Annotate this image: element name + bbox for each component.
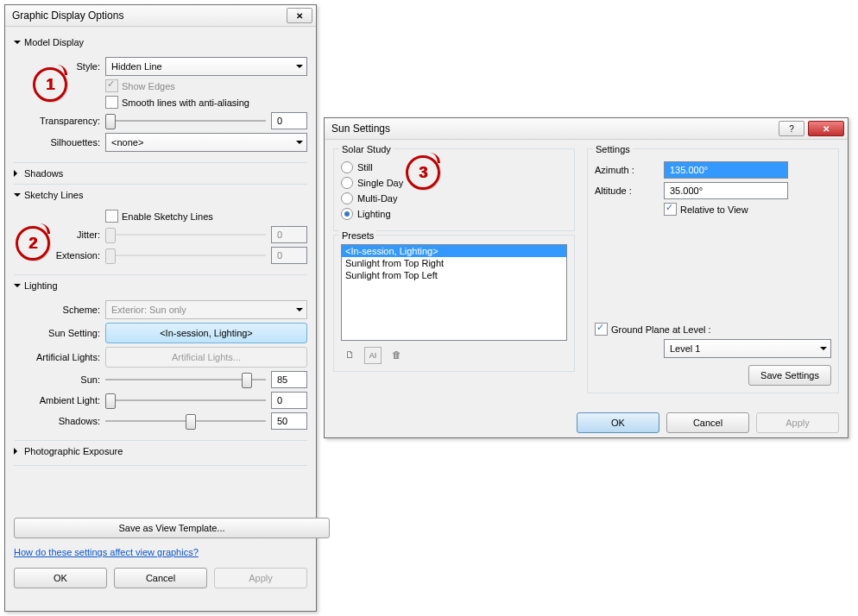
save-as-view-template-button[interactable]: Save as View Template... [14, 518, 330, 538]
presets-group: Presets <In-session, Lighting> Sunlight … [333, 235, 575, 372]
relative-to-view-label: Relative to View [680, 204, 748, 215]
expander-model-display[interactable]: Model Display [14, 37, 307, 47]
radio-icon [341, 177, 353, 189]
dialog-title: Sun Settings [331, 123, 775, 135]
chevron-down-icon [14, 193, 21, 200]
help-icon: ? [789, 124, 794, 134]
show-edges-label: Show Edges [122, 81, 175, 91]
scheme-value: Exterior: Sun only [106, 305, 293, 315]
group-label: Model Display [24, 37, 84, 47]
azimuth-input[interactable]: 135.000° [664, 161, 788, 179]
ambient-slider[interactable] [105, 392, 266, 409]
chevron-down-icon [14, 284, 21, 291]
dialog-body: Model Display Style: Hidden Line Show Ed… [5, 27, 316, 597]
sun-setting-button[interactable]: <In-session, Lighting> [105, 323, 307, 343]
enable-sketchy-label: Enable Sketchy Lines [122, 211, 213, 222]
relative-to-view-checkbox[interactable] [664, 203, 677, 216]
delete-preset-icon[interactable]: 🗑 [388, 346, 405, 363]
dialog-title: Graphic Display Options [12, 9, 283, 22]
altitude-input[interactable]: 35.000° [664, 182, 788, 199]
lighting-option[interactable]: Lighting [341, 208, 567, 220]
cancel-button[interactable]: Cancel [666, 412, 749, 433]
sun-setting-value: <In-session, Lighting> [160, 328, 253, 338]
chevron-right-icon [14, 170, 21, 177]
shadows-value[interactable]: 50 [271, 412, 307, 430]
group-legend: Settings [593, 144, 633, 154]
group-label: Shadows [24, 168, 63, 179]
transparency-value[interactable]: 0 [271, 112, 307, 129]
radio-icon [341, 192, 353, 204]
group-label: Lighting [24, 280, 58, 291]
group-legend: Solar Study [339, 144, 394, 154]
chevron-down-icon [817, 340, 830, 357]
cancel-button[interactable]: Cancel [114, 568, 207, 588]
chevron-down-icon [293, 301, 306, 318]
group-label: Photographic Exposure [24, 446, 123, 456]
dialog-titlebar[interactable]: Graphic Display Options ✕ [5, 5, 316, 27]
expander-lighting[interactable]: Lighting [14, 274, 307, 291]
list-item[interactable]: Sunlight from Top Right [342, 257, 566, 269]
close-button[interactable]: ✕ [808, 121, 844, 136]
still-option[interactable]: Still [341, 161, 567, 173]
help-button[interactable]: ? [779, 121, 804, 136]
new-preset-icon[interactable]: 🗋 [341, 346, 358, 363]
chevron-down-icon [14, 41, 21, 47]
expander-sketchy-lines[interactable]: Sketchy Lines [14, 184, 307, 200]
ambient-label: Ambient Light: [14, 395, 105, 405]
help-link[interactable]: How do these settings affect view graphi… [14, 547, 199, 557]
shadows-label: Shadows: [14, 416, 105, 426]
chevron-down-icon [293, 58, 306, 75]
ok-button[interactable]: OK [577, 412, 659, 433]
sun-label: Sun: [14, 374, 105, 385]
extension-value: 0 [271, 247, 307, 264]
single-day-option[interactable]: Single Day [341, 177, 567, 189]
multi-day-option[interactable]: Multi-Day [341, 192, 567, 204]
model-display-group: Style: Hidden Line Show Edges Smooth lin… [14, 51, 307, 157]
show-edges-checkbox [105, 79, 118, 92]
expander-shadows[interactable]: Shadows [14, 162, 307, 179]
sketchy-lines-group: Enable Sketchy Lines Jitter: 0 Extension… [14, 204, 307, 269]
presets-listbox[interactable]: <In-session, Lighting> Sunlight from Top… [341, 244, 567, 341]
ground-plane-checkbox[interactable] [595, 323, 608, 336]
shadows-slider[interactable] [105, 412, 266, 430]
extension-slider [105, 247, 266, 264]
jitter-label: Jitter: [14, 229, 105, 240]
smooth-lines-label: Smooth lines with anti-aliasing [122, 97, 249, 108]
ok-button[interactable]: OK [14, 568, 107, 588]
sun-slider[interactable] [105, 371, 266, 388]
dialog-titlebar[interactable]: Sun Settings ? ✕ [325, 118, 848, 140]
save-settings-button[interactable]: Save Settings [748, 365, 831, 386]
group-legend: Presets [339, 230, 376, 241]
rename-preset-icon[interactable]: AI [364, 347, 382, 364]
smooth-lines-checkbox[interactable] [105, 96, 118, 109]
transparency-slider[interactable] [105, 112, 266, 129]
ambient-value[interactable]: 0 [271, 392, 307, 409]
list-item[interactable]: <In-session, Lighting> [342, 245, 566, 257]
list-item[interactable]: Sunlight from Top Left [342, 269, 566, 281]
artificial-lights-label: Artificial Lights: [14, 352, 105, 362]
settings-group: Settings Azimuth : 135.000° Altitude : 3… [587, 148, 839, 393]
close-button[interactable]: ✕ [287, 8, 312, 23]
silhouettes-label: Silhouettes: [14, 137, 105, 148]
silhouettes-value: <none> [106, 137, 293, 148]
apply-button: Apply [756, 412, 839, 433]
jitter-value: 0 [271, 226, 307, 243]
artificial-lights-button: Artificial Lights... [105, 347, 307, 368]
radio-icon [341, 208, 353, 220]
enable-sketchy-checkbox[interactable] [105, 210, 118, 223]
azimuth-label: Azimuth : [595, 165, 664, 175]
left-column: Solar Study Still Single Day Multi-Day L… [333, 145, 575, 405]
expander-photographic[interactable]: Photographic Exposure [14, 440, 307, 456]
style-value: Hidden Line [106, 61, 293, 72]
sun-value[interactable]: 85 [271, 371, 307, 388]
silhouettes-combo[interactable]: <none> [105, 133, 307, 152]
solar-study-group: Solar Study Still Single Day Multi-Day L… [333, 148, 575, 231]
style-label: Style: [14, 61, 105, 72]
level-combo[interactable]: Level 1 [664, 339, 831, 358]
lighting-group: Scheme: Exterior: Sun only Sun Setting: … [14, 294, 307, 435]
close-icon: ✕ [823, 124, 830, 134]
style-combo[interactable]: Hidden Line [105, 57, 307, 76]
scheme-label: Scheme: [14, 305, 105, 315]
transparency-label: Transparency: [14, 116, 105, 126]
sun-setting-label: Sun Setting: [14, 328, 105, 338]
